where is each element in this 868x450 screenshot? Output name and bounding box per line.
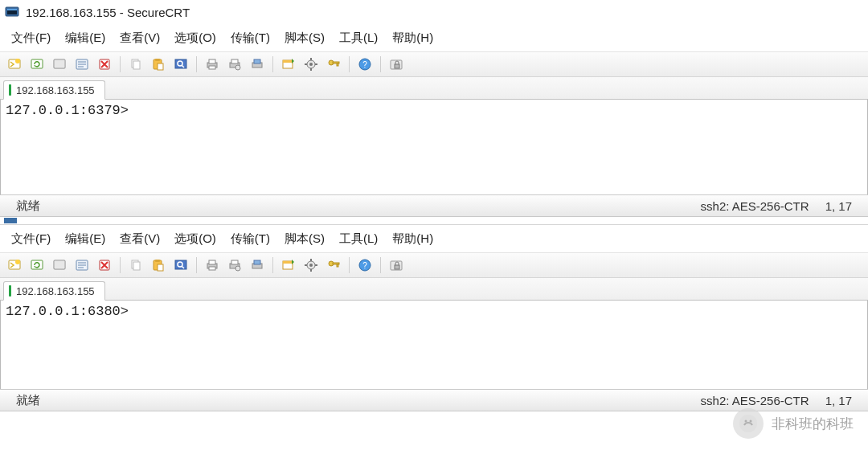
- menu-edit[interactable]: 编辑(E): [65, 31, 105, 46]
- terminal-prompt: 127.0.0.1:6379>: [6, 103, 129, 118]
- terminal-prompt: 127.0.0.1:6380>: [6, 304, 129, 319]
- menu-tools[interactable]: 工具(L): [339, 231, 378, 247]
- svg-point-88: [750, 420, 752, 423]
- svg-rect-44: [4, 218, 17, 223]
- print-icon[interactable]: [203, 55, 222, 74]
- window-title: 192.168.163.155 - SecureCRT: [26, 6, 190, 19]
- toolbar-separator: [380, 56, 381, 72]
- menu-transfer[interactable]: 传输(T): [231, 31, 270, 46]
- session-tab-label: 192.168.163.155: [16, 285, 95, 297]
- title-bar-fragment: [0, 217, 868, 225]
- quick-connect-icon[interactable]: [5, 55, 24, 74]
- svg-point-32: [309, 63, 313, 66]
- menu-file[interactable]: 文件(F): [11, 31, 51, 46]
- find-icon[interactable]: [171, 55, 190, 74]
- menu-help[interactable]: 帮助(H): [392, 231, 433, 247]
- lock-session-icon[interactable]: [387, 256, 406, 275]
- reconnect-icon[interactable]: [27, 55, 47, 74]
- terminal-output[interactable]: 127.0.0.1:6380>: [0, 301, 868, 389]
- toolbar-separator: [380, 257, 381, 273]
- session-tab[interactable]: 192.168.163.155: [3, 80, 105, 100]
- menu-view[interactable]: 查看(V): [120, 31, 160, 46]
- copy-icon[interactable]: [126, 55, 145, 74]
- menu-options[interactable]: 选项(O): [174, 31, 216, 46]
- options-icon[interactable]: [301, 55, 321, 74]
- status-cursor-pos: 1, 17: [817, 199, 860, 213]
- menu-help[interactable]: 帮助(H): [392, 31, 433, 46]
- key-icon[interactable]: [324, 256, 343, 275]
- svg-rect-65: [209, 267, 215, 270]
- status-bar: 就绪 ssh2: AES-256-CTR 1, 17: [0, 389, 868, 411]
- lock-session-icon[interactable]: [387, 55, 406, 74]
- app-icon: [5, 5, 19, 19]
- svg-rect-7: [55, 60, 64, 68]
- help-icon[interactable]: ?: [355, 256, 375, 275]
- menu-options[interactable]: 选项(O): [174, 231, 216, 247]
- status-protocol: ssh2: AES-256-CTR: [693, 394, 817, 407]
- toolbar-separator: [196, 56, 197, 72]
- svg-rect-16: [155, 59, 160, 61]
- menu-transfer[interactable]: 传输(T): [231, 231, 270, 247]
- session-tab[interactable]: 192.168.163.155: [3, 281, 105, 301]
- tab-active-indicator: [9, 84, 11, 96]
- session-tab-label: 192.168.163.155: [16, 84, 95, 96]
- disconnect-icon[interactable]: [50, 256, 69, 275]
- delete-icon[interactable]: [95, 55, 114, 74]
- svg-point-74: [309, 264, 313, 267]
- reconnect-icon[interactable]: [27, 256, 47, 275]
- terminal-output[interactable]: 127.0.0.1:6379>: [0, 100, 868, 194]
- delete-icon[interactable]: [95, 256, 114, 275]
- menu-script[interactable]: 脚本(S): [285, 231, 325, 247]
- find-icon[interactable]: [171, 256, 190, 275]
- new-tab-icon[interactable]: [279, 256, 298, 275]
- paste-icon[interactable]: [149, 256, 168, 275]
- menu-script[interactable]: 脚本(S): [285, 31, 325, 46]
- menu-edit[interactable]: 编辑(E): [65, 231, 105, 247]
- disconnect-icon[interactable]: [50, 55, 69, 74]
- menu-bar: 文件(F) 编辑(E) 查看(V) 选项(O) 传输(T) 脚本(S) 工具(L…: [0, 225, 868, 252]
- options-icon[interactable]: [301, 256, 321, 275]
- svg-rect-85: [395, 265, 399, 269]
- copy-icon[interactable]: [126, 256, 145, 275]
- print-setup-icon[interactable]: [225, 55, 244, 74]
- session-manager-icon[interactable]: [72, 55, 92, 74]
- tab-strip: 192.168.163.155: [0, 278, 868, 301]
- svg-rect-49: [55, 261, 64, 268]
- status-ready: 就绪: [8, 198, 48, 214]
- svg-rect-14: [133, 61, 140, 69]
- paste-icon[interactable]: [149, 55, 168, 74]
- watermark: 非科班的科班: [733, 408, 854, 439]
- svg-rect-43: [395, 64, 399, 68]
- svg-point-68: [235, 266, 240, 271]
- svg-text:?: ?: [362, 60, 367, 69]
- watermark-logo-icon: [733, 408, 764, 439]
- print-screen-icon[interactable]: [248, 55, 267, 74]
- toolbar-separator: [272, 56, 273, 72]
- window-2: 文件(F) 编辑(E) 查看(V) 选项(O) 传输(T) 脚本(S) 工具(L…: [0, 217, 868, 411]
- svg-rect-72: [283, 261, 293, 264]
- menu-view[interactable]: 查看(V): [120, 231, 160, 247]
- svg-rect-81: [337, 264, 338, 267]
- menu-tools[interactable]: 工具(L): [339, 31, 378, 46]
- status-bar: 就绪 ssh2: AES-256-CTR 1, 17: [0, 194, 868, 217]
- svg-rect-30: [283, 60, 293, 63]
- svg-point-26: [235, 65, 240, 70]
- print-setup-icon[interactable]: [225, 256, 244, 275]
- key-icon[interactable]: [324, 55, 343, 74]
- help-icon[interactable]: ?: [355, 55, 375, 74]
- svg-rect-2: [7, 9, 17, 10]
- toolbar: ?: [0, 51, 868, 77]
- svg-point-87: [745, 420, 747, 423]
- menu-file[interactable]: 文件(F): [11, 231, 51, 247]
- toolbar-separator: [120, 257, 121, 273]
- new-tab-icon[interactable]: [279, 55, 298, 74]
- svg-rect-67: [231, 260, 238, 264]
- quick-connect-icon[interactable]: [5, 256, 24, 275]
- svg-rect-70: [254, 260, 260, 264]
- session-manager-icon[interactable]: [72, 256, 92, 275]
- print-icon[interactable]: [203, 256, 222, 275]
- print-screen-icon[interactable]: [248, 256, 267, 275]
- svg-rect-64: [209, 260, 215, 264]
- menu-bar: 文件(F) 编辑(E) 查看(V) 选项(O) 传输(T) 脚本(S) 工具(L…: [0, 24, 868, 51]
- svg-rect-23: [209, 66, 215, 69]
